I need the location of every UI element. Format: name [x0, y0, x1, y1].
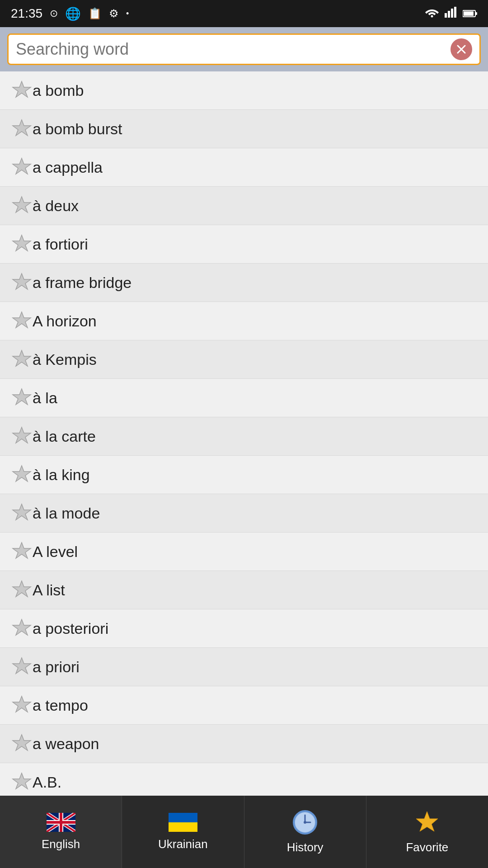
list-item[interactable]: à deux — [0, 187, 488, 225]
word-text: a frame bridge — [33, 274, 131, 292]
star-icon[interactable] — [11, 156, 33, 178]
star-icon[interactable] — [11, 118, 33, 140]
svg-marker-21 — [13, 504, 31, 520]
list-item[interactable]: a tempo — [0, 686, 488, 725]
star-icon[interactable] — [11, 195, 33, 217]
list-item[interactable]: A horizon — [0, 302, 488, 340]
list-item[interactable]: a bomb — [0, 71, 488, 110]
svg-marker-19 — [13, 427, 31, 443]
nav-item-history[interactable]: History — [244, 796, 366, 868]
ua-flag-svg — [169, 813, 197, 832]
svg-marker-15 — [13, 274, 31, 289]
word-text: a weapon — [33, 735, 99, 753]
star-icon[interactable] — [11, 425, 33, 447]
word-text: a bomb burst — [33, 120, 122, 138]
list-item[interactable]: à la — [0, 379, 488, 417]
word-text: A list — [33, 581, 65, 599]
list-item[interactable]: a fortiori — [0, 225, 488, 264]
list-item[interactable]: a bomb burst — [0, 110, 488, 148]
clock-svg — [292, 810, 318, 835]
svg-rect-41 — [169, 822, 197, 832]
list-item[interactable]: a cappella — [0, 148, 488, 187]
star-icon[interactable] — [11, 502, 33, 524]
nav-item-ukrainian[interactable]: Ukrainian — [122, 796, 244, 868]
list-item[interactable]: à Kempis — [0, 340, 488, 379]
word-text: a cappella — [33, 159, 103, 176]
star-icon[interactable] — [11, 349, 33, 370]
svg-marker-25 — [13, 658, 31, 674]
clear-x-icon — [455, 43, 468, 56]
star-icon[interactable] — [11, 771, 33, 793]
clock-icon — [292, 810, 318, 837]
nav-label-history: History — [287, 840, 324, 854]
ua-flag-icon — [169, 813, 197, 834]
star-icon[interactable] — [11, 272, 33, 293]
star-icon[interactable] — [11, 310, 33, 332]
word-text: à Kempis — [33, 351, 97, 368]
star-icon[interactable] — [11, 656, 33, 678]
svg-marker-20 — [13, 466, 31, 481]
word-text: a posteriori — [33, 620, 108, 637]
nav-item-english[interactable]: English — [0, 796, 122, 868]
svg-point-46 — [304, 821, 306, 824]
star-icon[interactable] — [11, 233, 33, 255]
list-item[interactable]: a priori — [0, 648, 488, 686]
signal-icon — [445, 6, 457, 21]
time-display: 21:35 — [11, 6, 42, 21]
svg-marker-27 — [13, 735, 31, 750]
svg-rect-6 — [475, 12, 477, 15]
word-text: à la king — [33, 466, 90, 484]
svg-rect-3 — [451, 9, 453, 18]
word-text: A horizon — [33, 312, 97, 330]
star-icon[interactable] — [11, 694, 33, 716]
star-icon[interactable] — [11, 618, 33, 639]
list-item[interactable]: a posteriori — [0, 609, 488, 648]
nav-label-english: English — [42, 837, 80, 851]
search-input[interactable] — [16, 40, 450, 59]
svg-rect-7 — [464, 11, 474, 16]
search-clear-button[interactable] — [450, 38, 472, 60]
svg-rect-4 — [454, 7, 456, 18]
list-item[interactable]: A.B. — [0, 763, 488, 799]
status-bar-left: 21:35 ⊙ 🌐 📋 ⚙ • — [11, 6, 129, 21]
star-icon[interactable] — [11, 541, 33, 562]
circle-icon: ⊙ — [50, 8, 58, 19]
word-text: à la — [33, 389, 57, 407]
svg-marker-10 — [13, 81, 31, 97]
nav-item-favorite[interactable]: Favorite — [366, 796, 488, 868]
list-item[interactable]: à la king — [0, 456, 488, 494]
svg-rect-40 — [169, 813, 197, 822]
word-text: A.B. — [33, 774, 61, 791]
star-icon[interactable] — [11, 80, 33, 101]
word-text: a bomb — [33, 82, 84, 99]
svg-rect-1 — [445, 13, 447, 18]
svg-marker-22 — [13, 542, 31, 558]
battery-icon — [463, 6, 477, 21]
list-item[interactable]: à la carte — [0, 417, 488, 456]
star-icon[interactable] — [11, 579, 33, 601]
star-icon[interactable] — [11, 733, 33, 755]
svg-marker-47 — [416, 811, 438, 831]
list-item[interactable]: A level — [0, 533, 488, 571]
list-item[interactable]: a frame bridge — [0, 264, 488, 302]
svg-marker-23 — [13, 581, 31, 597]
svg-marker-24 — [13, 619, 31, 635]
word-text: a priori — [33, 658, 80, 676]
svg-marker-17 — [13, 350, 31, 366]
svg-marker-13 — [13, 197, 31, 212]
list-item[interactable]: à la mode — [0, 494, 488, 533]
list-item[interactable]: A list — [0, 571, 488, 609]
list-item[interactable]: a weapon — [0, 725, 488, 763]
svg-point-0 — [431, 15, 433, 18]
star-icon[interactable] — [11, 387, 33, 409]
svg-marker-11 — [13, 120, 31, 136]
word-text: à deux — [33, 197, 79, 215]
dot-icon: • — [126, 9, 129, 19]
svg-rect-2 — [448, 11, 450, 18]
wifi-icon — [425, 6, 439, 21]
svg-marker-28 — [13, 773, 31, 789]
bottom-navigation: English Ukrainian History — [0, 796, 488, 868]
star-icon[interactable] — [11, 464, 33, 486]
globe-icon: 🌐 — [65, 6, 81, 21]
svg-marker-14 — [13, 235, 31, 251]
